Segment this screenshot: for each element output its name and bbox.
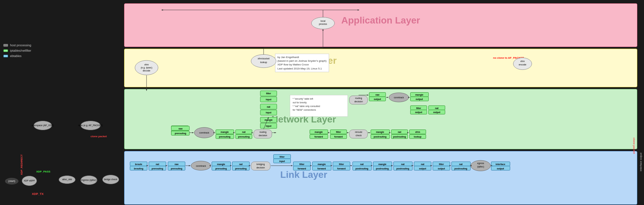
- legend-item-iptables: iptables/netfilter: [3, 49, 31, 52]
- annotation-box: by Jan Engelhardt (based in part on Josh…: [275, 54, 329, 72]
- interface-output-right: interface output: [639, 153, 642, 172]
- alloc-skb-label: alloc_skb: [62, 178, 72, 181]
- taps-afpacket-node: taps (e.g. AF_PACKET): [80, 121, 101, 130]
- ingress-qdisc-label: ingress (qdisc): [81, 179, 97, 182]
- annotation-line2: (based in part on Joshua Snyder's graph): [277, 59, 327, 63]
- no-clone-text: no clone to AF_PACKET: [493, 56, 524, 59]
- xdp-tx-label: XDP_TX: [32, 192, 44, 196]
- xdp-tx-text: XDP_TX: [32, 192, 44, 196]
- clone-packet-left: clone packet: [91, 134, 107, 138]
- xdp-pass-text: XDP_PASS: [36, 170, 50, 173]
- legend-label-ebtables: ebtables: [10, 54, 21, 58]
- xdp-ebpf-node: XDP eBPF: [22, 176, 37, 186]
- interface-output-text: interface output: [639, 153, 642, 171]
- annotation-line3: XDP flow by Matteo Croce: [277, 63, 327, 66]
- protocol-layer-bg: [124, 49, 637, 87]
- xdp-redirect-label: XDP_REDIRECT: [20, 154, 23, 176]
- annotation-line4: Last updated 2019-May-19, Linux 5.1: [277, 67, 327, 70]
- left-panel: host processing iptables/netfilter ebtab…: [0, 0, 124, 205]
- start-label: (start): [8, 180, 15, 183]
- ingress-qdisc-node: ingress (qdisc): [80, 175, 97, 185]
- application-layer-bg: [124, 3, 637, 47]
- xdp-redirect-text: XDP_REDIRECT: [20, 154, 23, 175]
- alloc-skb-node: alloc_skb: [59, 175, 75, 184]
- legend-item-host: host processing: [3, 44, 31, 47]
- clone-packet-right-text: clone packet: [633, 138, 636, 154]
- network-layer-bg: [124, 89, 637, 149]
- legend-color-host: [3, 44, 8, 47]
- legend-color-ebtables: [3, 55, 8, 57]
- start-node: (start): [5, 178, 18, 185]
- taps-afpacket-label: taps (e.g. AF_PACKET): [78, 124, 103, 127]
- xdp-ebpf-label: XDP eBPF: [24, 180, 35, 182]
- annotation-line1: by Jan Engelhardt: [277, 55, 327, 59]
- bridge-check-label: bridge check: [104, 178, 117, 181]
- clone-packet-right-label: clone packet: [633, 138, 636, 154]
- legend-label-iptables: iptables/netfilter: [10, 49, 31, 52]
- no-clone-afpacket-label: no clone to AF_PACKET: [493, 56, 524, 59]
- userspace-afxdp-label: userspace (AF_XDP): [32, 124, 54, 127]
- xdp-pass-label: XDP_PASS: [36, 169, 50, 173]
- userspace-afxdp-node: userspace (AF_XDP): [34, 121, 52, 130]
- link-layer-bg: [124, 151, 637, 205]
- legend-color-iptables: [3, 49, 8, 52]
- legend-item-ebtables: ebtables: [3, 54, 31, 58]
- legend-label-host: host processing: [10, 44, 31, 47]
- bridge-check-node: bridge check: [102, 175, 119, 184]
- legend: host processing iptables/netfilter ebtab…: [3, 44, 31, 60]
- diagram-container: Application Layer Protocol Layer Network…: [124, 3, 637, 201]
- clone-packet-left-text: clone packet: [91, 135, 107, 138]
